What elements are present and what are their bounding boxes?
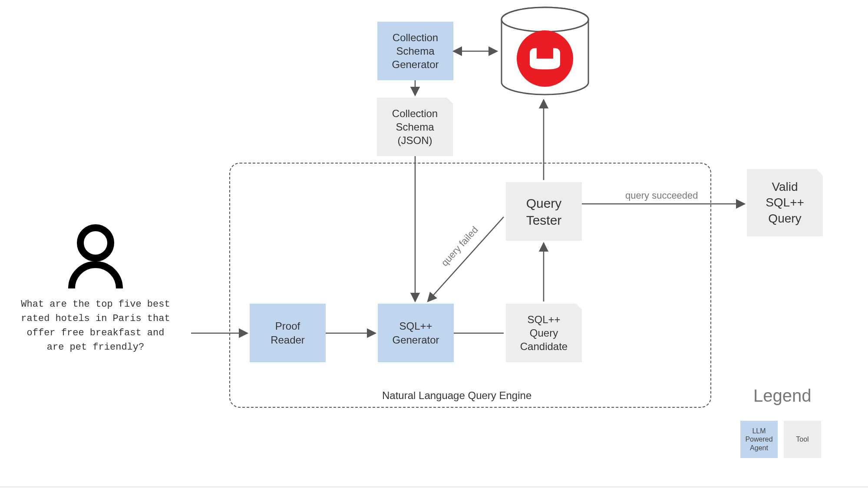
- legend-title: Legend: [753, 386, 811, 406]
- architecture-diagram: What are the top five best rated hotels …: [0, 0, 868, 488]
- legend-tool: Tool: [784, 421, 821, 458]
- query-succeeded-label: query succeeded: [625, 190, 698, 201]
- legend-llm-agent: LLM Powered Agent: [740, 421, 778, 458]
- svg-line-10: [428, 217, 504, 301]
- arrows-layer: [0, 0, 868, 488]
- footer-divider: [0, 487, 868, 487]
